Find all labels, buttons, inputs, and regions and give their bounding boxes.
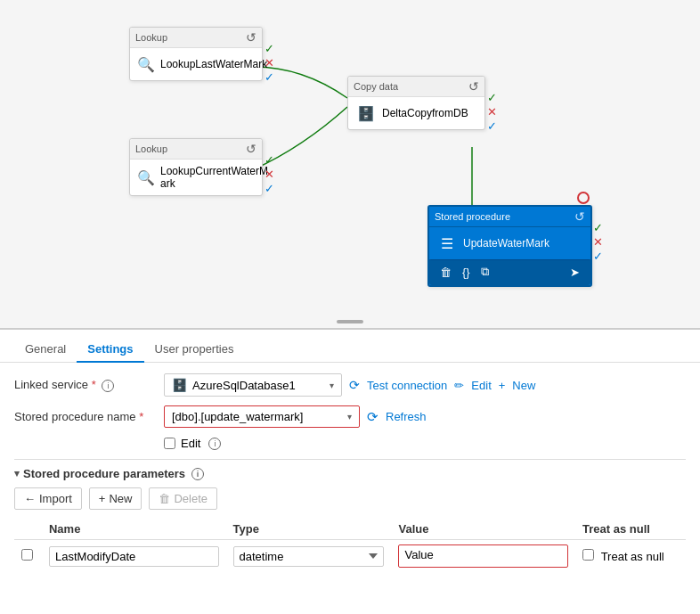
tab-settings[interactable]: Settings (77, 337, 143, 363)
copydata-node[interactable]: Copy data ↺ 🗄️ DeltaCopyfromDB ✓ ✕ ✓ (347, 76, 485, 130)
row-checkbox[interactable] (21, 549, 33, 561)
linked-service-info-icon[interactable]: i (102, 380, 114, 392)
section-title: Stored procedure parameters (23, 467, 185, 480)
storedproc-header: Stored procedure ↺ (429, 207, 590, 227)
col-value-header: Value (391, 519, 575, 540)
table-row: datetime Value Treat as null (14, 540, 686, 573)
table-header-row: Name Type Value Treat as null (14, 519, 686, 540)
check-icon: ✓ (265, 153, 274, 167)
chevron-down-icon: ▾ (330, 381, 334, 390)
test-connection-icon: ⟳ (349, 378, 360, 392)
edit-link[interactable]: Edit (471, 379, 491, 392)
copydata-label: DeltaCopyfromDB (382, 107, 468, 119)
row-check-cell (14, 540, 42, 573)
lookup2-type-label: Lookup (135, 143, 167, 154)
col-null-header: Treat as null (575, 519, 686, 540)
pipeline-canvas[interactable]: Lookup ↺ 🔍 LookupLastWaterMark ✓ ✕ ✓ Loo… (0, 0, 700, 330)
lookup2-icon: 🔍 (137, 167, 155, 188)
col-check-header (14, 519, 42, 540)
required-star: * (139, 410, 143, 423)
edit-checkbox[interactable] (164, 438, 175, 449)
linked-service-value: AzureSqlDatabase1 (192, 379, 296, 392)
params-info-icon[interactable]: i (191, 468, 204, 480)
delete-button[interactable]: 🗑 Delete (149, 487, 217, 510)
linked-service-dropdown[interactable]: 🗄️ AzureSqlDatabase1 ▾ (164, 373, 342, 397)
trash-icon: 🗑 (159, 492, 170, 505)
tab-general[interactable]: General (14, 337, 77, 363)
lookup1-label: LookupLastWaterMark (160, 58, 267, 70)
required-star: * (92, 378, 96, 391)
storedproc-footer: 🗑 {} ⧉ ➤ (429, 259, 590, 285)
refresh-icon: ⟳ (367, 409, 378, 425)
storedproc-body: ☰ UpdateWaterMark (429, 227, 590, 259)
bottom-panel: General Settings User properties Linked … (0, 330, 700, 614)
lookup1-body: 🔍 LookupLastWaterMark (130, 48, 262, 80)
stored-proc-name-dropdown[interactable]: [dbo].[update_watermark] ▾ (164, 405, 360, 428)
lookup1-header: Lookup ↺ (130, 28, 262, 48)
col-type-header: Type (226, 519, 392, 540)
lookup2-header: Lookup ↺ (130, 139, 262, 160)
stored-proc-name-row: Stored procedure name * [dbo].[update_wa… (14, 405, 686, 428)
connector-circle (577, 192, 590, 204)
storedproc-type-label: Stored procedure (435, 211, 510, 222)
lookup2-status: ✓ ✕ ✓ (265, 153, 274, 195)
col-name-header: Name (42, 519, 226, 540)
lookup2-label: LookupCurrentWaterMark (160, 165, 268, 190)
edit-info-icon[interactable]: i (208, 438, 221, 450)
cross-icon: ✕ (593, 235, 603, 249)
storedproc-node[interactable]: Stored procedure ↺ ☰ UpdateWaterMark 🗑 {… (427, 205, 592, 287)
blue-check-icon: ✓ (487, 119, 497, 133)
value-input[interactable]: Value (398, 544, 568, 568)
arrow-icon[interactable]: ➤ (570, 266, 580, 279)
row-value-cell: Value (391, 540, 575, 573)
new-link[interactable]: New (512, 379, 535, 392)
delete-icon[interactable]: 🗑 (440, 266, 452, 279)
linked-service-control: 🗄️ AzureSqlDatabase1 ▾ ⟳ Test connection… (164, 373, 686, 397)
drag-handle[interactable] (337, 320, 363, 323)
lookup2-body: 🔍 LookupCurrentWaterMark (130, 160, 262, 195)
edit-checkbox-label: Edit (181, 437, 200, 450)
code-icon[interactable]: {} (462, 266, 470, 279)
storedproc-icon: ☰ (436, 233, 458, 254)
tab-userprops[interactable]: User properties (144, 337, 245, 363)
check-icon: ✓ (487, 91, 497, 104)
test-connection-link[interactable]: Test connection (367, 379, 447, 392)
copydata-header: Copy data ↺ (348, 77, 484, 97)
treat-as-null-checkbox[interactable] (582, 549, 594, 561)
type-select[interactable]: datetime (233, 546, 385, 567)
blue-check-icon: ✓ (265, 182, 274, 195)
chevron-down-icon: ▾ (14, 468, 20, 479)
chevron-down-icon: ▾ (347, 412, 352, 422)
name-input[interactable] (49, 546, 219, 567)
lookup1-icon: 🔍 (137, 53, 155, 75)
new-button[interactable]: + New (89, 487, 142, 510)
edit-checkbox-row: Edit i (164, 437, 686, 450)
treat-as-null-label: Treat as null (601, 550, 664, 563)
cross-icon: ✕ (265, 56, 274, 70)
blue-check-icon: ✓ (265, 70, 274, 84)
row-type-cell: datetime (226, 540, 392, 573)
refresh-link[interactable]: Refresh (386, 410, 427, 423)
copy-icon[interactable]: ⧉ (481, 265, 489, 279)
params-table: Name Type Value Treat as null (14, 519, 686, 572)
import-button[interactable]: ← Import (14, 487, 82, 510)
copydata-type-label: Copy data (354, 81, 398, 92)
linked-service-row: Linked service * i 🗄️ AzureSqlDatabase1 … (14, 373, 686, 397)
row-name-cell (42, 540, 226, 573)
edit-icon: ✏ (454, 379, 464, 392)
lookup1-node[interactable]: Lookup ↺ 🔍 LookupLastWaterMark ✓ ✕ ✓ (129, 27, 263, 81)
lookup2-node[interactable]: Lookup ↺ 🔍 LookupCurrentWaterMark ✓ ✕ ✓ (129, 138, 263, 196)
stored-proc-name-control: [dbo].[update_watermark] ▾ ⟳ Refresh (164, 405, 686, 428)
storedproc-status: ✓ ✕ ✓ (593, 221, 603, 263)
cross-icon: ✕ (487, 105, 497, 119)
lookup1-status: ✓ ✕ ✓ (265, 42, 274, 84)
row-null-cell: Treat as null (575, 540, 686, 573)
lookup1-type-label: Lookup (135, 32, 167, 43)
copydata-body: 🗄️ DeltaCopyfromDB (348, 97, 484, 129)
linked-service-label: Linked service * i (14, 378, 157, 392)
connectors-svg (0, 0, 700, 328)
params-action-buttons: ← Import + New 🗑 Delete (14, 487, 686, 510)
copydata-icon: 🗄️ (355, 102, 377, 124)
stored-proc-params-header[interactable]: ▾ Stored procedure parameters i (14, 467, 686, 480)
copydata-status: ✓ ✕ ✓ (487, 91, 497, 133)
